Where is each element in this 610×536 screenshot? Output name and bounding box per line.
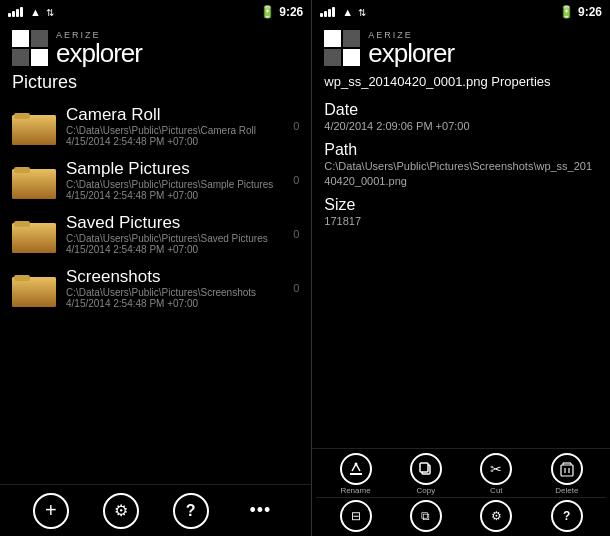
r-data-icon: ⇅ (358, 7, 366, 18)
app-title-block-left: AERIZE explorer (56, 30, 142, 66)
action-2-3-button[interactable]: ⚙ (480, 500, 512, 532)
file-count-screenshots: 0 (283, 282, 299, 294)
r-battery-icon: 🔋 (559, 5, 574, 19)
svg-rect-12 (350, 473, 362, 475)
action-2-4-button[interactable]: ? (551, 500, 583, 532)
rename-label: Rename (340, 486, 370, 495)
date-label: Date (324, 101, 598, 119)
app-name-left: explorer (56, 40, 142, 66)
action-row-2: ⊟ ⧉ ⚙ ? (316, 500, 606, 532)
folder-icon-camera-roll (12, 107, 56, 145)
list-item[interactable]: Saved Pictures C:\Data\Users\Public\Pict… (8, 207, 303, 261)
folder-icon-sample (12, 161, 56, 199)
svg-rect-15 (420, 463, 428, 472)
file-path-sample: C:\Data\Users\Public\Pictures\Sample Pic… (66, 179, 273, 190)
r-signal-bar-2 (324, 11, 327, 17)
date-property: Date 4/20/2014 2:09:06 PM +07:00 (312, 97, 610, 137)
svg-rect-10 (12, 277, 56, 307)
signal-bar-2 (12, 11, 15, 17)
action-2-1-button[interactable]: ⊟ (340, 500, 372, 532)
file-count-saved: 0 (283, 228, 299, 240)
r-logo-sq-4 (343, 49, 360, 66)
delete-label: Delete (555, 486, 578, 495)
file-date-screenshots: 4/15/2014 2:54:48 PM +07:00 (66, 298, 273, 309)
bottom-bar-left: + ⚙ ? ••• (0, 484, 311, 536)
action-bar-right: Rename Copy ✂ Cut (312, 448, 610, 536)
info-icon: ? (551, 500, 583, 532)
delete-icon (551, 453, 583, 485)
properties-title: wp_ss_20140420_0001.png Properties (312, 70, 610, 97)
svg-rect-1 (12, 115, 56, 145)
signal-bar-3 (16, 9, 19, 17)
action-row-1: Rename Copy ✂ Cut (316, 453, 606, 495)
more-button[interactable]: ••• (242, 493, 278, 529)
left-panel: ▲ ⇅ 🔋 9:26 AERIZE explorer Pictures (0, 0, 312, 536)
app-title-block-right: AERIZE explorer (368, 30, 454, 66)
r-wifi-icon: ▲ (342, 6, 353, 18)
file-name-sample: Sample Pictures (66, 159, 273, 179)
logo-sq-3 (12, 49, 29, 66)
cut-button[interactable]: ✂ Cut (480, 453, 512, 495)
rename-icon (340, 453, 372, 485)
action-2-2-button[interactable]: ⧉ (410, 500, 442, 532)
r-status-right: 🔋 9:26 (559, 5, 602, 19)
file-name-screenshots: Screenshots (66, 267, 273, 287)
file-count-sample: 0 (283, 174, 299, 186)
file-info-screenshots: Screenshots C:\Data\Users\Public\Picture… (66, 267, 273, 309)
status-bar-signals: ▲ ⇅ (8, 6, 54, 18)
file-info-saved: Saved Pictures C:\Data\Users\Public\Pict… (66, 213, 273, 255)
file-date-sample: 4/15/2014 2:54:48 PM +07:00 (66, 190, 273, 201)
r-signal-bar-3 (328, 9, 331, 17)
battery-icon: 🔋 (260, 5, 275, 19)
wifi-icon: ▲ (30, 6, 41, 18)
signal-bar-4 (20, 7, 23, 17)
list-item[interactable]: Sample Pictures C:\Data\Users\Public\Pic… (8, 153, 303, 207)
svg-rect-8 (14, 221, 30, 227)
data-icon: ⇅ (46, 7, 54, 18)
app-logo-left (12, 30, 48, 66)
size-property: Size 171817 (312, 192, 610, 232)
svg-rect-7 (12, 223, 56, 253)
file-path-camera-roll: C:\Data\Users\Public\Pictures\Camera Rol… (66, 125, 273, 136)
path-label: Path (324, 141, 598, 159)
delete-button[interactable]: Delete (551, 453, 583, 495)
status-bar-right: 🔋 9:26 (260, 5, 303, 19)
app-logo-right (324, 30, 360, 66)
cut-label: Cut (490, 486, 502, 495)
size-label: Size (324, 196, 598, 214)
file-date-camera-roll: 4/15/2014 2:54:48 PM +07:00 (66, 136, 273, 147)
r-signal-bar-4 (332, 7, 335, 17)
status-signals-right: ▲ ⇅ (320, 6, 366, 18)
r-time-display: 9:26 (578, 5, 602, 19)
path-property: Path C:\Data\Users\Public\Pictures\Scree… (312, 137, 610, 192)
app-header-left: AERIZE explorer (0, 24, 311, 70)
svg-point-13 (354, 463, 357, 466)
settings-button[interactable]: ⚙ (103, 493, 139, 529)
signal-bar-1 (8, 13, 11, 17)
size-value: 171817 (324, 214, 598, 228)
cut-icon: ✂ (480, 453, 512, 485)
right-panel: ▲ ⇅ 🔋 9:26 AERIZE explorer wp_ss_2014042… (312, 0, 610, 536)
time-display: 9:26 (279, 5, 303, 19)
file-list: Camera Roll C:\Data\Users\Public\Picture… (0, 99, 311, 484)
help-button[interactable]: ? (173, 493, 209, 529)
rename-button[interactable]: Rename (340, 453, 372, 495)
copy-button[interactable]: Copy (410, 453, 442, 495)
list-item[interactable]: Camera Roll C:\Data\Users\Public\Picture… (8, 99, 303, 153)
date-value: 4/20/2014 2:09:06 PM +07:00 (324, 119, 598, 133)
file-info-camera-roll: Camera Roll C:\Data\Users\Public\Picture… (66, 105, 273, 147)
svg-rect-4 (12, 169, 56, 199)
action-bar-divider (316, 497, 606, 498)
path-value: C:\Data\Users\Public\Pictures\Screenshot… (324, 159, 598, 188)
copy-label: Copy (417, 486, 436, 495)
add-button[interactable]: + (33, 493, 69, 529)
compress-icon: ⊟ (340, 500, 372, 532)
config-icon: ⚙ (480, 500, 512, 532)
file-info-sample: Sample Pictures C:\Data\Users\Public\Pic… (66, 159, 273, 201)
logo-sq-1 (12, 30, 29, 47)
app-header-right: AERIZE explorer (312, 24, 610, 70)
file-path-screenshots: C:\Data\Users\Public\Pictures\Screenshot… (66, 287, 273, 298)
status-bar-right: ▲ ⇅ 🔋 9:26 (312, 0, 610, 24)
list-item[interactable]: Screenshots C:\Data\Users\Public\Picture… (8, 261, 303, 315)
share-icon: ⧉ (410, 500, 442, 532)
